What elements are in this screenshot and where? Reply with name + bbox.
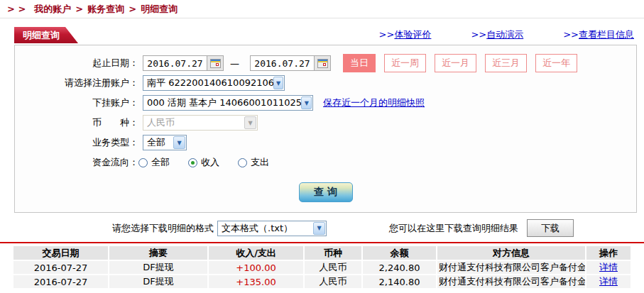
breadcrumb-item-my-account[interactable]: 我的账户 <box>34 4 71 14</box>
breadcrumb-item-account-query[interactable]: 账务查询 <box>87 4 124 14</box>
cell-currency: 人民币 <box>305 275 361 288</box>
currency-row: 币 种： 人民币 ▼ <box>15 114 636 132</box>
radio-icon <box>138 158 148 167</box>
cell-amount: +135.00 <box>209 275 303 288</box>
table-row: 2016-07-27 DF提现 +100.00 人民币 2,240.80 财付通… <box>13 261 631 274</box>
register-account-label: 请选择注册账户： <box>15 77 138 89</box>
breadcrumb-separator: > <box>129 4 136 14</box>
query-button[interactable]: 查 询 <box>299 182 353 202</box>
detail-link[interactable]: 详情 <box>599 262 618 272</box>
radio-checked-icon <box>188 158 197 167</box>
breadcrumb-separator: > <box>75 4 83 14</box>
register-account-row: 请选择注册账户： 南平 6222001406100921065 灵通卡 ▼ <box>15 74 636 92</box>
cell-counterparty: 财付通支付科技有限公司客户备付金 <box>437 275 585 288</box>
register-account-select[interactable]: 南平 6222001406100921065 灵通卡 ▼ <box>143 75 285 91</box>
date-range-label: 起止日期： <box>15 57 138 70</box>
query-form: 起止日期： — 当日 近一周 近一月 近三月 近一年 请选择注册账户： 南平 6… <box>14 45 637 213</box>
link-experience-rating[interactable]: >>体验评价 <box>379 28 432 41</box>
cell-date: 2016-07-27 <box>13 261 108 274</box>
col-header-action: 操作 <box>586 246 631 260</box>
sub-account-row: 下挂账户： 000 活期 基本户 1406600101102571848 ▼ 保… <box>15 94 636 112</box>
currency-label: 币 种： <box>15 116 138 129</box>
start-date-input[interactable] <box>143 55 207 71</box>
business-type-label: 业务类型： <box>15 136 138 149</box>
radio-all[interactable]: 全部 <box>138 156 170 169</box>
link-view-column-info[interactable]: >>查看栏目信息 <box>563 28 634 41</box>
cell-counterparty: 财付通支付科技有限公司客户备付金 <box>437 261 585 274</box>
download-hint: 您可以在这里下载查询明细结果 <box>389 222 518 235</box>
table-header-row: 交易日期 摘要 收入/支出 币种 余额 对方信息 操作 <box>13 246 631 260</box>
sub-account-label: 下挂账户： <box>15 96 138 109</box>
date-range-row: 起止日期： — 当日 近一周 近一月 近三月 近一年 <box>15 54 636 72</box>
col-header-amount: 收入/支出 <box>209 246 303 260</box>
detail-link[interactable]: 详情 <box>599 276 618 287</box>
chevron-down-icon: ▼ <box>313 222 325 235</box>
chevron-down-icon: ▼ <box>301 96 312 109</box>
breadcrumb: > >我的账户>账务查询>明细查询 <box>0 0 644 18</box>
table-row: 2016-07-27 DF提现 +135.00 人民币 2,140.80 财付通… <box>13 275 631 288</box>
download-format-label: 请您选择下载明细的格式 <box>112 222 214 235</box>
tab-row: 明细查询 >>体验评价 >>自动演示 >>查看栏目信息 <box>0 26 644 43</box>
business-type-select[interactable]: 全部 ▼ <box>143 135 187 150</box>
col-header-counterparty: 对方信息 <box>437 246 585 260</box>
chevron-down-icon: ▼ <box>273 77 283 89</box>
currency-select: 人民币 ▼ <box>143 115 258 131</box>
download-format-select[interactable]: 文本格式（.txt） ▼ <box>217 221 327 236</box>
end-date-calendar-button[interactable] <box>314 55 331 71</box>
cell-balance: 2,240.80 <box>363 261 436 274</box>
cell-action: 详情 <box>586 261 631 274</box>
col-header-date: 交易日期 <box>13 246 108 260</box>
download-button[interactable]: 下载 <box>527 219 574 237</box>
cell-balance: 2,140.80 <box>363 275 436 288</box>
cell-amount: +100.00 <box>209 261 303 274</box>
end-date-input[interactable] <box>250 55 314 71</box>
cell-action: 详情 <box>586 275 631 288</box>
breadcrumb-prefix: > > <box>7 4 26 14</box>
col-header-balance: 余额 <box>363 246 436 260</box>
transaction-table: 交易日期 摘要 收入/支出 币种 余额 对方信息 操作 2016-07-27 D… <box>12 245 632 289</box>
radio-expense[interactable]: 支出 <box>238 156 269 169</box>
breadcrumb-item-detail-query[interactable]: 明细查询 <box>141 4 178 14</box>
download-row: 请您选择下载明细的格式 文本格式（.txt） ▼ 您可以在这里下载查询明细结果 … <box>112 219 644 237</box>
cell-currency: 人民币 <box>305 261 361 274</box>
fund-flow-label: 资金流向： <box>15 156 138 169</box>
quick-range-today-button[interactable]: 当日 <box>343 54 376 72</box>
cell-date: 2016-07-27 <box>13 275 108 288</box>
chevron-down-icon: ▼ <box>173 136 185 149</box>
link-auto-demo[interactable]: >>自动演示 <box>471 28 523 41</box>
radio-icon <box>238 158 247 167</box>
start-date-calendar-button[interactable] <box>207 55 224 71</box>
cell-summary: DF提现 <box>109 261 207 274</box>
business-type-row: 业务类型： 全部 ▼ <box>15 133 636 152</box>
radio-income[interactable]: 收入 <box>188 156 219 169</box>
calendar-icon <box>317 59 328 68</box>
start-date-group <box>143 55 224 71</box>
sub-account-select[interactable]: 000 活期 基本户 1406600101102571848 ▼ <box>143 95 313 111</box>
date-separator: — <box>230 58 239 69</box>
tab-detail-query[interactable]: 明细查询 <box>14 27 78 43</box>
quick-range-week-button[interactable]: 近一周 <box>384 54 426 72</box>
cell-summary: DF提现 <box>109 275 207 288</box>
calendar-icon <box>210 59 221 68</box>
quick-range-3months-button[interactable]: 近三月 <box>485 54 527 72</box>
fund-flow-row: 资金流向： 全部 收入 支出 <box>15 153 636 172</box>
chevron-down-icon: ▼ <box>244 116 256 129</box>
top-links: >>体验评价 >>自动演示 >>查看栏目信息 <box>379 28 634 41</box>
quick-range-month-button[interactable]: 近一月 <box>435 54 476 72</box>
save-snapshot-link[interactable]: 保存近一个月的明细快照 <box>323 96 425 109</box>
col-header-summary: 摘要 <box>109 246 207 260</box>
end-date-group <box>250 55 331 71</box>
quick-range-year-button[interactable]: 近一年 <box>535 54 577 72</box>
red-divider <box>0 242 644 243</box>
col-header-currency: 币种 <box>305 246 361 260</box>
